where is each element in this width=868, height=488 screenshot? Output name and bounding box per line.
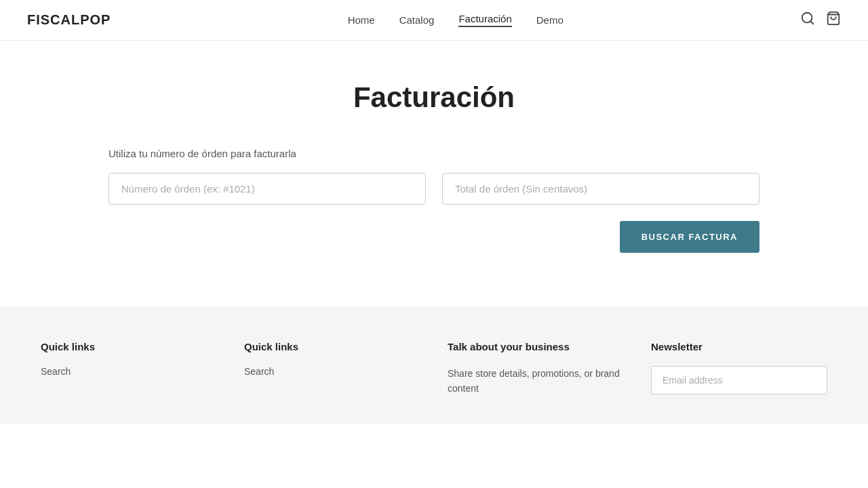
footer-col-2-link-search[interactable]: Search <box>244 366 420 377</box>
footer-col-1-title: Quick links <box>41 341 217 352</box>
buscar-factura-button[interactable]: BUSCAR FACTURA <box>620 221 760 253</box>
footer-col-2-title: Quick links <box>244 341 420 352</box>
form-subtitle: Utiliza tu número de órden para facturar… <box>108 148 760 159</box>
site-logo[interactable]: FISCALPOP <box>27 12 111 28</box>
footer-col-3-text: Share store details, promotions, or bran… <box>448 366 624 396</box>
page-title: Facturación <box>108 81 760 114</box>
main-content: Facturación Utiliza tu número de órden p… <box>0 41 868 307</box>
cart-icon[interactable] <box>826 11 841 29</box>
footer-col-4-title: Newsletter <box>651 341 827 352</box>
header-icons <box>800 11 841 29</box>
footer-grid: Quick links Search Quick links Search Ta… <box>41 341 827 396</box>
main-nav: Home Catalog Facturación Demo <box>348 13 564 27</box>
nav-demo[interactable]: Demo <box>536 14 564 26</box>
footer-col-4: Newsletter <box>651 341 827 396</box>
factura-form-row <box>108 173 760 205</box>
newsletter-email-input[interactable] <box>651 366 827 394</box>
nav-catalog[interactable]: Catalog <box>399 14 435 26</box>
footer-col-3: Talk about your business Share store det… <box>448 341 624 396</box>
site-footer: Quick links Search Quick links Search Ta… <box>0 307 868 424</box>
footer-col-1: Quick links Search <box>41 341 217 396</box>
order-total-input[interactable] <box>442 173 760 205</box>
footer-col-2: Quick links Search <box>244 341 420 396</box>
footer-col-1-link-search[interactable]: Search <box>41 366 217 377</box>
order-number-input[interactable] <box>108 173 426 205</box>
svg-line-1 <box>810 21 813 24</box>
site-header: FISCALPOP Home Catalog Facturación Demo <box>0 0 868 41</box>
nav-facturacion[interactable]: Facturación <box>458 13 511 27</box>
search-icon[interactable] <box>800 11 815 29</box>
nav-home[interactable]: Home <box>348 14 375 26</box>
button-row: BUSCAR FACTURA <box>108 221 760 253</box>
footer-col-3-title: Talk about your business <box>448 341 624 352</box>
